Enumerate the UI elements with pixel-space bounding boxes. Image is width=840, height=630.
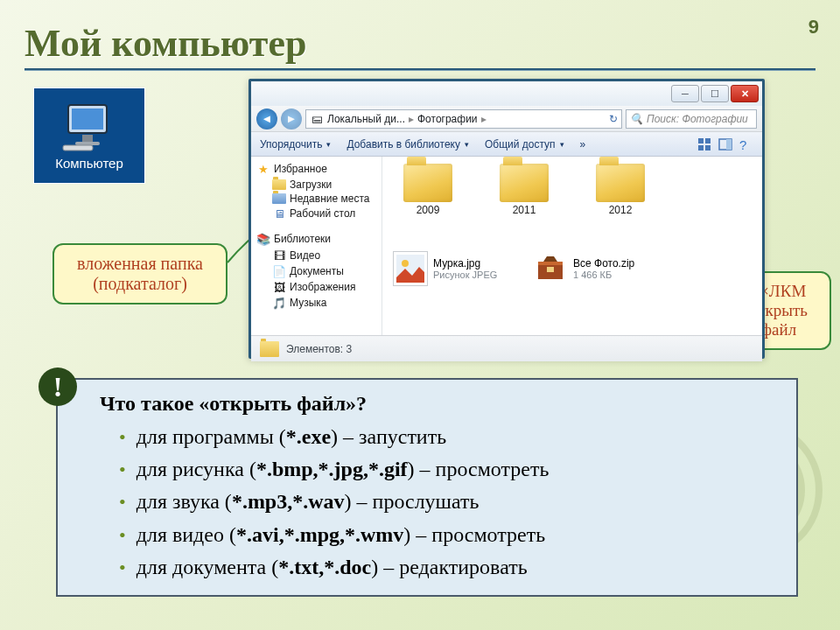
document-icon: 📄	[272, 264, 286, 278]
organize-menu[interactable]: Упорядочить	[260, 138, 331, 150]
star-icon: ★	[256, 162, 270, 176]
svg-rect-4	[63, 145, 93, 150]
title-underline	[24, 68, 816, 71]
folder-icon	[403, 164, 452, 202]
svg-rect-2	[82, 135, 93, 142]
svg-rect-9	[698, 145, 704, 150]
archive-icon	[533, 251, 568, 286]
desktop-icon: 🖥	[272, 206, 286, 220]
svg-rect-12	[726, 139, 732, 150]
callout-text: вложенная папка	[77, 254, 203, 273]
sidebar-item-documents[interactable]: 📄Документы	[256, 263, 382, 279]
svg-rect-7	[698, 138, 704, 144]
view-icon[interactable]	[697, 137, 711, 151]
sidebar-item-desktop[interactable]: 🖥Рабочий стол	[256, 206, 382, 221]
share-menu[interactable]: Общий доступ	[485, 138, 564, 150]
image-thumbnail	[393, 251, 428, 286]
sidebar-item-video[interactable]: 🎞Видео	[256, 248, 382, 263]
list-item: для видео (*.avi,*.mpg,*.wmv) – просмотр…	[119, 519, 780, 551]
file-name: Все Фото.zip	[573, 257, 634, 270]
chevron-right-icon: ▸	[481, 113, 486, 125]
sidebar-item-music[interactable]: 🎵Музыка	[256, 295, 382, 311]
status-text: Элементов: 3	[286, 343, 352, 355]
attention-badge: !	[38, 368, 77, 406]
callout-text: файл	[761, 320, 796, 339]
folder-2011[interactable]: 2011	[489, 164, 559, 216]
music-icon: 🎵	[272, 296, 286, 310]
file-name: Мурка.jpg	[433, 257, 497, 270]
status-bar: Элементов: 3	[251, 335, 762, 361]
explorer-window: ─ ☐ ✕ ◄ ► 🖴 Локальный ди... ▸ Фотографии…	[248, 79, 765, 359]
sidebar-libraries[interactable]: 📚Библиотеки	[256, 230, 382, 248]
computer-icon-label: Компьютер	[55, 156, 123, 171]
burn-button[interactable]: »	[580, 138, 586, 150]
svg-rect-17	[547, 267, 554, 272]
search-input[interactable]: 🔍 Поиск: Фотографии	[626, 109, 757, 129]
chevron-right-icon: ▸	[409, 113, 414, 125]
sidebar-favorites[interactable]: ★Избранное	[256, 160, 382, 178]
folder-icon	[272, 193, 286, 204]
back-button[interactable]: ◄	[256, 108, 277, 130]
folder-2012[interactable]: 2012	[585, 164, 655, 216]
toolbar: Упорядочить Добавить в библиотеку Общий …	[251, 132, 762, 157]
svg-rect-1	[72, 108, 103, 130]
forward-button[interactable]: ►	[281, 108, 302, 130]
preview-pane-icon[interactable]	[718, 137, 732, 151]
drive-icon: 🖴	[310, 112, 324, 126]
info-heading: Что такое «открыть файл»?	[100, 392, 780, 416]
window-titlebar: ─ ☐ ✕	[251, 81, 762, 106]
slide-title: Мой компьютер	[24, 21, 306, 66]
info-box: Что такое «открыть файл»? для программы …	[56, 378, 798, 597]
libraries-icon: 📚	[256, 232, 270, 246]
page-number: 9	[808, 16, 819, 38]
callout-text: (подкаталог)	[93, 274, 187, 293]
add-library-menu[interactable]: Добавить в библиотеку	[346, 138, 469, 150]
file-murka-jpg[interactable]: Мурка.jpgРисунок JPEG	[393, 251, 507, 286]
search-icon: 🔍	[630, 113, 643, 125]
folder-icon	[272, 179, 286, 190]
svg-rect-8	[705, 138, 710, 144]
file-all-photos-zip[interactable]: Все Фото.zip1 466 КБ	[533, 251, 647, 286]
nav-bar: ◄ ► 🖴 Локальный ди... ▸ Фотографии ▸ ↻ 🔍…	[251, 106, 762, 132]
list-item: для звука (*.mp3,*.wav) – прослушать	[119, 486, 780, 518]
folder-icon	[260, 341, 279, 357]
image-icon: 🖼	[272, 280, 286, 294]
file-pane[interactable]: 2009 2011 2012 Мурка.jpgРисунок JPEG Все…	[382, 157, 762, 335]
file-size: 1 466 КБ	[573, 270, 634, 280]
breadcrumb[interactable]: 🖴 Локальный ди... ▸ Фотографии ▸ ↻	[305, 109, 622, 129]
help-icon[interactable]: ?	[739, 137, 753, 151]
search-placeholder: Поиск: Фотографии	[647, 113, 748, 125]
maximize-button[interactable]: ☐	[701, 85, 729, 102]
file-type: Рисунок JPEG	[433, 270, 497, 280]
folder-2009[interactable]: 2009	[393, 164, 463, 216]
list-item: для программы (*.exe) – запустить	[119, 421, 780, 453]
sidebar-item-downloads[interactable]: Загрузки	[256, 178, 382, 192]
sidebar: ★Избранное Загрузки Недавние места 🖥Рабо…	[251, 157, 382, 335]
list-item: для документа (*.txt,*.doc) – редактиров…	[119, 551, 780, 584]
breadcrumb-folder: Фотографии	[417, 113, 478, 125]
list-item: для рисунка (*.bmp,*.jpg,*.gif) – просмо…	[119, 453, 780, 486]
computer-desktop-icon[interactable]: Компьютер	[33, 88, 145, 184]
refresh-icon[interactable]: ↻	[609, 113, 618, 125]
svg-rect-3	[75, 142, 100, 145]
close-button[interactable]: ✕	[731, 85, 759, 102]
svg-point-14	[402, 260, 409, 267]
video-icon: 🎞	[272, 248, 286, 262]
callout-subfolder: вложенная папка (подкаталог)	[52, 243, 228, 304]
folder-icon	[596, 164, 645, 202]
breadcrumb-disk: Локальный ди...	[327, 113, 405, 125]
svg-rect-10	[705, 145, 710, 150]
sidebar-item-images[interactable]: 🖼Изображения	[256, 279, 382, 295]
folder-icon	[500, 164, 549, 202]
minimize-button[interactable]: ─	[671, 85, 699, 102]
svg-rect-16	[538, 262, 563, 265]
monitor-icon	[61, 102, 117, 152]
sidebar-item-recent[interactable]: Недавние места	[256, 192, 382, 206]
